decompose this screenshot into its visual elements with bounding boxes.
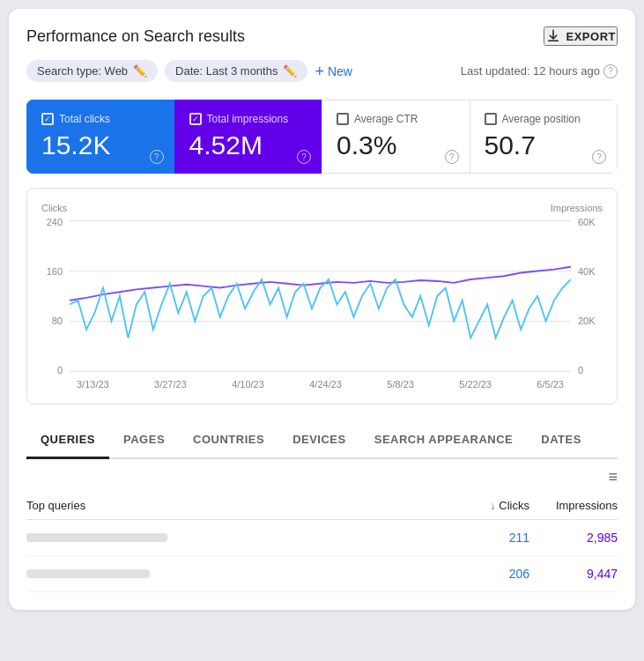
- total-impressions-value: 4.52M: [189, 130, 308, 160]
- row-impressions-1: 2,985: [529, 531, 618, 545]
- search-type-filter[interactable]: Search type: Web ✏️: [26, 60, 158, 82]
- total-impressions-card[interactable]: Total impressions 4.52M ?: [174, 100, 322, 174]
- average-position-label: Average position: [485, 113, 603, 125]
- page-title: Performance on Search results: [26, 27, 245, 46]
- average-ctr-label: Average CTR: [337, 113, 455, 125]
- total-impressions-checkbox: [189, 113, 202, 125]
- export-icon: [545, 28, 561, 44]
- average-ctr-value: 0.3%: [337, 130, 455, 160]
- average-ctr-help-icon[interactable]: ?: [445, 150, 459, 164]
- query-placeholder-2: [26, 569, 150, 578]
- average-position-help-icon[interactable]: ?: [592, 150, 606, 164]
- tab-search-appearance[interactable]: SEARCH APPEARANCE: [360, 422, 528, 459]
- y-left-label: Clicks: [41, 203, 67, 213]
- total-clicks-help-icon[interactable]: ?: [150, 150, 164, 164]
- total-impressions-label: Total impressions: [189, 113, 308, 125]
- x-axis: 3/13/23 3/27/23 4/10/23 4/24/23 5/8/23 5…: [41, 379, 603, 390]
- filter-lines-icon[interactable]: ≡: [608, 468, 618, 486]
- total-clicks-card[interactable]: Total clicks 15.2K ?: [26, 100, 174, 174]
- edit-search-type-icon: ✏️: [133, 64, 147, 78]
- total-clicks-label: Total clicks: [41, 113, 160, 125]
- table-row: 211 2,985: [26, 520, 618, 556]
- plus-icon: +: [315, 63, 324, 79]
- tab-devices[interactable]: DEVICES: [278, 422, 360, 459]
- table-header: Top queries ↓ Clicks Impressions: [26, 492, 618, 520]
- last-updated-info: Last updated: 12 hours ago ?: [461, 64, 618, 78]
- tabs-bar: QUERIES PAGES COUNTRIES DEVICES SEARCH A…: [26, 422, 618, 459]
- tab-countries[interactable]: COUNTRIES: [179, 422, 278, 459]
- x-label-7: 6/5/23: [537, 379, 564, 390]
- main-card: Performance on Search results EXPORT Sea…: [9, 9, 635, 610]
- x-label-2: 3/27/23: [154, 379, 187, 390]
- y-right-label: Impressions: [551, 203, 603, 213]
- query-placeholder-1: [26, 533, 167, 542]
- tab-pages[interactable]: PAGES: [109, 422, 179, 459]
- table-toolbar: ≡: [26, 459, 618, 492]
- x-label-6: 5/22/23: [459, 379, 492, 390]
- row-impressions-2: 9,447: [529, 567, 618, 581]
- x-label-3: 4/10/23: [232, 379, 264, 390]
- row-clicks-2: 206: [441, 567, 529, 581]
- table-row: 206 9,447: [26, 556, 618, 592]
- col-header-query: Top queries: [26, 499, 441, 512]
- total-clicks-value: 15.2K: [41, 130, 160, 160]
- col-header-clicks[interactable]: ↓ Clicks: [441, 499, 529, 512]
- x-label-4: 4/24/23: [309, 379, 342, 390]
- row-query-1: [26, 533, 441, 542]
- y-axis-right: 60K 40K 20K 0: [571, 217, 603, 375]
- total-clicks-checkbox: [41, 113, 54, 125]
- y-axis-left: 240 160 80 0: [41, 217, 70, 375]
- x-label-5: 5/8/23: [387, 379, 414, 390]
- metrics-row: Total clicks 15.2K ? Total impressions 4…: [26, 100, 618, 174]
- filter-bar: Search type: Web ✏️ Date: Last 3 months …: [26, 60, 618, 82]
- average-position-checkbox: [485, 113, 497, 125]
- row-clicks-1: 211: [441, 531, 529, 545]
- tab-dates[interactable]: DATES: [527, 422, 596, 459]
- date-filter[interactable]: Date: Last 3 months ✏️: [165, 60, 307, 82]
- average-ctr-card[interactable]: Average CTR 0.3% ?: [322, 100, 470, 174]
- sort-clicks-icon: ↓: [490, 500, 495, 512]
- average-position-value: 50.7: [485, 130, 603, 160]
- edit-date-icon: ✏️: [283, 64, 297, 78]
- new-button[interactable]: + New: [315, 63, 352, 79]
- col-header-impressions: Impressions: [529, 499, 618, 512]
- chart-container: Clicks Impressions 240 160 80 0: [26, 188, 618, 405]
- total-impressions-help-icon[interactable]: ?: [297, 150, 311, 164]
- x-label-1: 3/13/23: [77, 379, 109, 390]
- tab-queries[interactable]: QUERIES: [26, 422, 109, 459]
- chart-area: [70, 217, 571, 375]
- export-button[interactable]: EXPORT: [544, 26, 618, 46]
- chart-svg: [70, 217, 571, 375]
- row-query-2: [26, 569, 441, 578]
- page-header: Performance on Search results EXPORT: [26, 26, 618, 46]
- average-ctr-checkbox: [337, 113, 349, 125]
- average-position-card[interactable]: Average position 50.7 ?: [470, 100, 618, 174]
- last-updated-help-icon[interactable]: ?: [603, 64, 618, 78]
